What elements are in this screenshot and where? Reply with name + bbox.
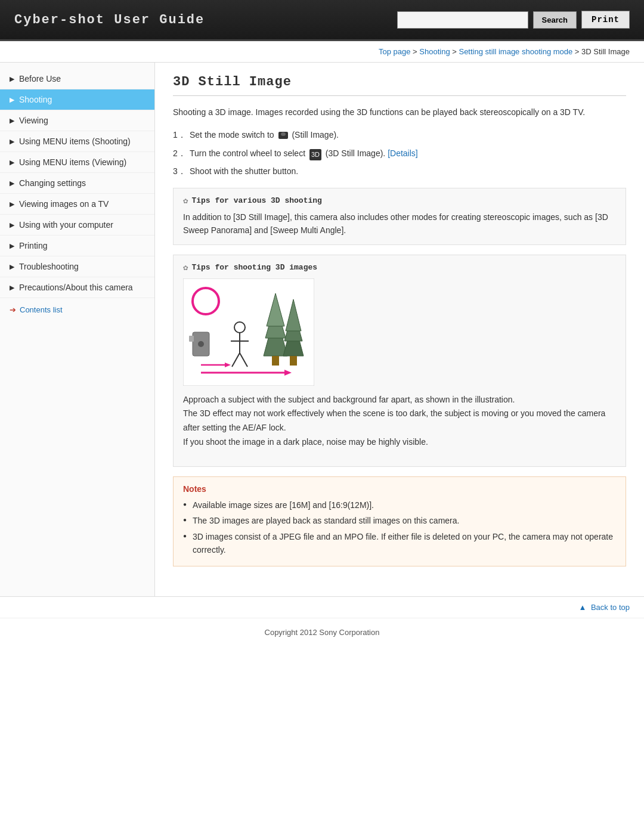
arrow-right-icon: ➔ [10, 305, 16, 314]
arrow-icon-printing: ▶ [10, 242, 14, 250]
footer: Copyright 2012 Sony Corporation [0, 618, 644, 646]
sidebar-label-trouble: Troubleshooting [19, 262, 79, 271]
arrow-icon-viewing: ▶ [10, 117, 14, 125]
tips-shooting-title-text: Tips for shooting 3D images [191, 263, 317, 272]
step-3-text: Shoot with the shutter button. [190, 165, 298, 178]
camera-icon [278, 132, 288, 139]
sidebar-item-viewing-tv[interactable]: ▶ Viewing images on a TV [0, 194, 154, 215]
contents-list-link[interactable]: ➔ Contents list [0, 298, 154, 321]
sidebar-label-menu-viewing: Using MENU items (Viewing) [19, 157, 126, 167]
description-text: Approach a subject with the subject and … [183, 393, 616, 450]
tips-shooting-section: ✿ Tips for shooting 3D images [173, 255, 626, 467]
breadcrumb-sep1: > [410, 47, 419, 56]
step-1-num: 1． [173, 128, 187, 141]
arrow-icon-trouble: ▶ [10, 263, 14, 271]
content-area: 3D Still Image Shooting a 3D image. Imag… [155, 63, 644, 596]
note-item-3: 3D images consist of a JPEG file and an … [183, 530, 616, 557]
breadcrumb-top[interactable]: Top page [379, 47, 411, 56]
steps-list: 1． Set the mode switch to (Still Image).… [173, 128, 626, 178]
illustration-container [183, 278, 616, 386]
notes-list: Available image sizes are [16M] and [16:… [183, 498, 616, 557]
copyright-text: Copyright 2012 Sony Corporation [265, 628, 380, 637]
arrow-icon-changing: ▶ [10, 179, 14, 187]
sidebar-label-before-use: Before Use [19, 74, 61, 83]
search-input[interactable] [397, 11, 528, 29]
sidebar-item-viewing[interactable]: ▶ Viewing [0, 110, 154, 131]
breadcrumb-sep2: > [450, 47, 459, 56]
step-3-num: 3． [173, 165, 187, 178]
arrow-icon-menu-shooting: ▶ [10, 138, 14, 145]
sidebar-label-printing: Printing [19, 241, 47, 250]
tips-icon-various: ✿ [183, 196, 188, 206]
svg-rect-3 [189, 336, 194, 342]
header-right: Search Print [397, 11, 630, 29]
svg-rect-17 [290, 356, 297, 366]
sidebar-item-troubleshooting[interactable]: ▶ Troubleshooting [0, 256, 154, 277]
svg-point-4 [198, 341, 204, 347]
print-button[interactable]: Print [581, 11, 630, 29]
sidebar: ▶ Before Use ▶ Shooting ▶ Viewing ▶ Usin… [0, 63, 155, 596]
sidebar-item-menu-shooting[interactable]: ▶ Using MENU items (Shooting) [0, 131, 154, 152]
contents-list-label: Contents list [20, 305, 63, 314]
tips-various-text: In addition to [3D Still Image], this ca… [183, 210, 616, 237]
tips-shooting-title: ✿ Tips for shooting 3D images [183, 262, 616, 272]
back-to-top-link[interactable]: ▲ Back to top [578, 603, 630, 612]
details-link[interactable]: [Details] [388, 148, 418, 158]
breadcrumb-setting[interactable]: Setting still image shooting mode [459, 47, 572, 56]
step-3: 3． Shoot with the shutter button. [173, 165, 626, 178]
sidebar-item-precautions[interactable]: ▶ Precautions/About this camera [0, 277, 154, 298]
page-title: 3D Still Image [173, 75, 626, 96]
arrow-icon-tv: ▶ [10, 200, 14, 208]
step-2-num: 2． [173, 147, 187, 160]
breadcrumb-sep3: > [572, 47, 581, 56]
tips-icon-shooting: ✿ [183, 262, 188, 272]
sidebar-item-changing-settings[interactable]: ▶ Changing settings [0, 173, 154, 194]
notes-section: Notes Available image sizes are [16M] an… [173, 476, 626, 567]
step-1-text: Set the mode switch to (Still Image). [190, 128, 339, 141]
sidebar-item-before-use[interactable]: ▶ Before Use [0, 69, 154, 89]
arrow-icon: ▶ [10, 75, 14, 83]
note-item-2: The 3D images are played back as standar… [183, 514, 616, 527]
arrow-icon-menu-viewing: ▶ [10, 159, 14, 166]
3d-icon: 3D [309, 149, 321, 161]
arrow-icon-precautions: ▶ [10, 284, 14, 292]
sidebar-label-shooting: Shooting [19, 95, 52, 104]
tips-various-section: ✿ Tips for various 3D shooting In additi… [173, 188, 626, 245]
header: Cyber-shot User Guide Search Print [0, 0, 644, 41]
site-title: Cyber-shot User Guide [14, 13, 205, 27]
tips-various-title: ✿ Tips for various 3D shooting [183, 196, 616, 206]
intro-text: Shooting a 3D image. Images recorded usi… [173, 106, 626, 119]
sidebar-label-precautions: Precautions/About this camera [19, 283, 133, 292]
triangle-icon: ▲ [578, 603, 586, 612]
arrow-icon-shooting: ▶ [10, 96, 14, 104]
breadcrumb: Top page > Shooting > Setting still imag… [0, 41, 644, 63]
note-item-1: Available image sizes are [16M] and [16:… [183, 498, 616, 512]
tips-various-title-text: Tips for various 3D shooting [191, 196, 321, 205]
svg-rect-13 [272, 356, 279, 366]
search-button[interactable]: Search [533, 11, 577, 29]
sidebar-item-computer[interactable]: ▶ Using with your computer [0, 215, 154, 236]
sidebar-label-changing: Changing settings [19, 178, 86, 188]
step-2: 2． Turn the control wheel to select 3D (… [173, 147, 626, 160]
breadcrumb-current: 3D Still Image [581, 47, 630, 56]
sidebar-label-tv: Viewing images on a TV [19, 199, 109, 209]
notes-title: Notes [183, 484, 616, 494]
sidebar-label-computer: Using with your computer [19, 220, 113, 230]
sidebar-item-printing[interactable]: ▶ Printing [0, 236, 154, 256]
step-1: 1． Set the mode switch to (Still Image). [173, 128, 626, 141]
sidebar-label-menu-shooting: Using MENU items (Shooting) [19, 137, 131, 146]
back-to-top: ▲ Back to top [0, 596, 644, 618]
main-layout: ▶ Before Use ▶ Shooting ▶ Viewing ▶ Usin… [0, 63, 644, 596]
step-2-text: Turn the control wheel to select 3D (3D … [190, 147, 418, 160]
arrow-icon-computer: ▶ [10, 221, 14, 229]
breadcrumb-shooting[interactable]: Shooting [419, 47, 450, 56]
back-to-top-label: Back to top [591, 603, 630, 612]
sidebar-item-shooting[interactable]: ▶ Shooting [0, 89, 154, 110]
3d-illustration [183, 278, 314, 386]
sidebar-label-viewing: Viewing [19, 116, 48, 125]
sidebar-item-menu-viewing[interactable]: ▶ Using MENU items (Viewing) [0, 152, 154, 173]
